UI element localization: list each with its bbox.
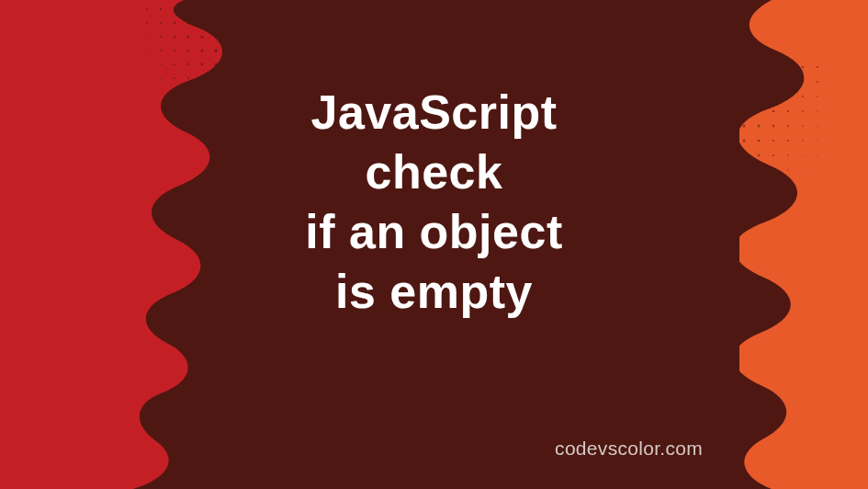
svg-point-10 bbox=[160, 8, 162, 10]
title-line-1: JavaScript bbox=[0, 83, 868, 142]
svg-point-34 bbox=[242, 35, 245, 39]
svg-point-11 bbox=[174, 8, 176, 11]
svg-point-35 bbox=[255, 35, 259, 39]
svg-point-39 bbox=[187, 50, 190, 52]
svg-point-31 bbox=[200, 35, 203, 38]
svg-point-56 bbox=[174, 77, 175, 79]
svg-point-41 bbox=[214, 49, 217, 51]
svg-point-9 bbox=[146, 8, 148, 10]
svg-point-70 bbox=[817, 66, 818, 68]
title-line-4: is empty bbox=[0, 262, 868, 322]
svg-point-60 bbox=[228, 76, 231, 79]
title-line-2: check bbox=[0, 142, 868, 202]
svg-point-42 bbox=[228, 49, 231, 52]
svg-point-44 bbox=[255, 49, 259, 52]
svg-point-57 bbox=[187, 77, 189, 79]
svg-point-58 bbox=[201, 77, 204, 80]
svg-point-54 bbox=[147, 78, 148, 79]
svg-point-65 bbox=[742, 65, 746, 69]
svg-point-52 bbox=[242, 63, 245, 66]
svg-point-21 bbox=[187, 22, 190, 25]
svg-point-53 bbox=[255, 63, 259, 66]
svg-point-13 bbox=[200, 7, 204, 11]
svg-point-59 bbox=[215, 77, 218, 80]
svg-point-38 bbox=[174, 50, 175, 51]
svg-point-23 bbox=[214, 21, 218, 25]
svg-point-48 bbox=[187, 63, 189, 65]
svg-point-43 bbox=[242, 49, 245, 52]
svg-point-29 bbox=[174, 36, 175, 38]
svg-point-49 bbox=[201, 63, 204, 66]
svg-point-12 bbox=[186, 7, 189, 10]
svg-point-27 bbox=[146, 36, 148, 38]
site-watermark: codevscolor.com bbox=[555, 438, 703, 460]
svg-point-62 bbox=[255, 76, 259, 80]
title-line-3: if an object bbox=[0, 202, 868, 262]
svg-point-63 bbox=[713, 65, 717, 70]
svg-point-40 bbox=[201, 50, 204, 52]
svg-point-46 bbox=[160, 63, 162, 65]
svg-point-18 bbox=[146, 22, 148, 24]
svg-point-61 bbox=[242, 76, 245, 80]
svg-point-69 bbox=[802, 66, 804, 68]
svg-point-51 bbox=[228, 63, 231, 65]
svg-point-30 bbox=[187, 36, 190, 39]
main-title: JavaScript check if an object is empty bbox=[0, 83, 868, 322]
svg-point-45 bbox=[146, 63, 147, 64]
svg-point-33 bbox=[228, 35, 231, 39]
svg-point-26 bbox=[255, 21, 260, 26]
svg-point-25 bbox=[242, 21, 245, 25]
svg-point-32 bbox=[214, 35, 218, 39]
svg-point-22 bbox=[200, 21, 203, 24]
svg-point-19 bbox=[160, 22, 162, 24]
svg-point-67 bbox=[772, 65, 774, 68]
svg-point-68 bbox=[787, 66, 790, 69]
svg-point-55 bbox=[160, 77, 161, 78]
svg-point-50 bbox=[214, 63, 217, 65]
svg-point-66 bbox=[757, 65, 761, 69]
svg-point-64 bbox=[727, 65, 731, 69]
svg-point-37 bbox=[160, 50, 162, 51]
svg-point-17 bbox=[255, 7, 260, 12]
svg-point-36 bbox=[146, 50, 147, 51]
svg-point-20 bbox=[174, 22, 176, 25]
svg-point-47 bbox=[174, 63, 175, 65]
banner-graphic: JavaScript check if an object is empty c… bbox=[0, 0, 868, 489]
svg-point-16 bbox=[242, 7, 246, 12]
svg-point-15 bbox=[228, 7, 231, 11]
svg-point-28 bbox=[160, 36, 162, 38]
svg-point-14 bbox=[214, 7, 218, 11]
svg-point-24 bbox=[228, 21, 231, 25]
